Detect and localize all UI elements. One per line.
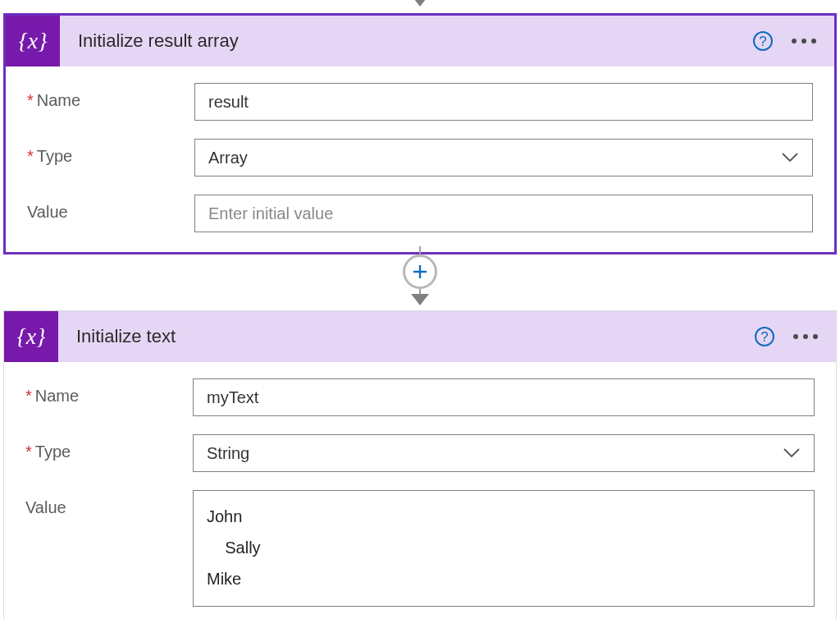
svg-marker-0 bbox=[411, 0, 429, 7]
card-header[interactable]: {x} Initialize result array ? bbox=[6, 16, 834, 66]
svg-text:?: ? bbox=[760, 329, 768, 345]
field-row-value: Value John Sally Mike bbox=[25, 490, 815, 607]
field-label-name: *Name bbox=[25, 378, 193, 406]
action-card-initialize-text[interactable]: {x} Initialize text ? *Name *Type bbox=[3, 310, 837, 619]
field-row-type: *Type String bbox=[25, 434, 815, 472]
select-value: String bbox=[207, 444, 783, 463]
field-row-type: *Type Array bbox=[27, 139, 813, 177]
help-icon[interactable]: ? bbox=[752, 324, 777, 349]
more-menu-icon[interactable] bbox=[792, 329, 819, 344]
field-row-name: *Name bbox=[25, 378, 815, 416]
svg-text:{x}: {x} bbox=[17, 323, 46, 349]
field-label-name: *Name bbox=[27, 83, 194, 110]
more-menu-icon[interactable] bbox=[790, 34, 818, 48]
svg-marker-6 bbox=[411, 294, 429, 305]
field-label-value: Value bbox=[25, 490, 193, 517]
card-title: Initialize text bbox=[58, 326, 752, 347]
field-label-type: *Type bbox=[27, 139, 194, 166]
chevron-down-icon bbox=[781, 149, 799, 167]
field-row-name: *Name bbox=[27, 83, 813, 121]
card-header[interactable]: {x} Initialize text ? bbox=[4, 311, 836, 362]
variable-icon: {x} bbox=[6, 16, 60, 66]
select-value: Array bbox=[208, 149, 781, 167]
action-card-initialize-result-array[interactable]: {x} Initialize result array ? *Name *Typ… bbox=[3, 13, 837, 254]
value-input[interactable] bbox=[194, 195, 813, 232]
type-select[interactable]: String bbox=[193, 434, 815, 472]
flow-canvas: {x} Initialize result array ? *Name *Typ… bbox=[0, 0, 840, 619]
card-title: Initialize result array bbox=[60, 30, 751, 52]
type-select[interactable]: Array bbox=[194, 139, 813, 177]
field-label-type: *Type bbox=[25, 434, 193, 461]
name-input[interactable] bbox=[194, 83, 813, 121]
variable-icon: {x} bbox=[4, 311, 58, 362]
connector-arrow-top bbox=[411, 0, 429, 10]
value-textarea[interactable]: John Sally Mike bbox=[193, 490, 815, 607]
help-icon[interactable]: ? bbox=[751, 29, 775, 53]
chevron-down-icon bbox=[783, 444, 801, 463]
card-body: *Name *Type String Value John Sally Mike bbox=[4, 362, 836, 619]
field-label-value: Value bbox=[27, 195, 194, 222]
card-body: *Name *Type Array Value bbox=[6, 66, 834, 252]
connector bbox=[403, 246, 437, 309]
field-row-value: Value bbox=[27, 195, 813, 232]
svg-text:?: ? bbox=[759, 34, 766, 49]
connector-arrow-down-icon bbox=[411, 294, 429, 309]
name-input[interactable] bbox=[193, 378, 815, 416]
svg-text:{x}: {x} bbox=[19, 28, 48, 53]
add-step-button[interactable] bbox=[403, 254, 437, 289]
connector-line bbox=[419, 246, 421, 254]
